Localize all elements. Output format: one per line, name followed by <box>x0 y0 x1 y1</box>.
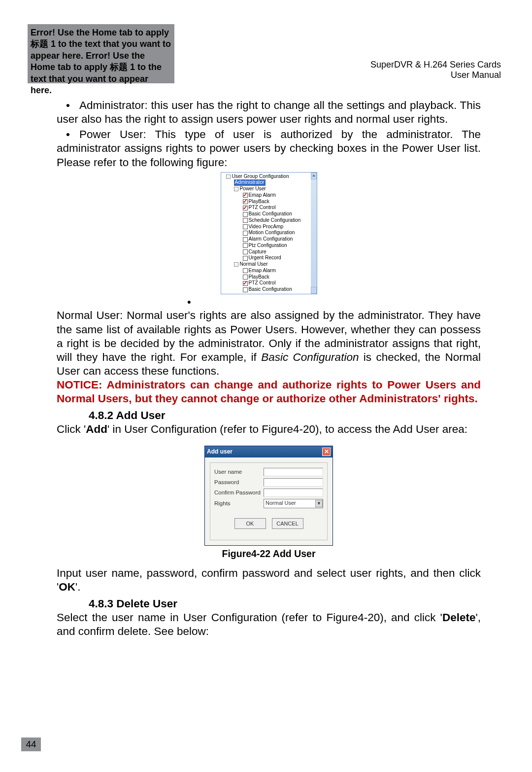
tree-item[interactable]: Emap Alarm <box>223 192 316 199</box>
para-administrator: •Administrator: this user has the right … <box>57 99 481 126</box>
checkbox-icon[interactable] <box>243 256 248 261</box>
tree-item-label: PlayBack <box>249 199 269 205</box>
checkbox-icon[interactable] <box>243 224 248 229</box>
tree-item-label: PTZ Control <box>249 280 276 286</box>
para-deleteuser: Select the user name in User Configurati… <box>57 611 481 638</box>
user-group-tree: -User Group Configuration Administrator … <box>221 172 317 294</box>
header-error-box: Error! Use the Home tab to apply 标题 1 to… <box>28 24 174 83</box>
text-run: Click ' <box>57 423 86 435</box>
page-header: Error! Use the Home tab to apply 标题 1 to… <box>28 24 501 83</box>
chevron-down-icon[interactable]: ▼ <box>315 500 323 507</box>
checkbox-icon[interactable] <box>243 249 248 254</box>
text-run: '. <box>75 581 81 593</box>
tree-item-label: Video ProcAmp <box>249 224 284 230</box>
tree-item[interactable]: PTZ Control <box>223 280 316 286</box>
checkbox-icon[interactable] <box>243 193 248 198</box>
doc-subtitle: User Manual <box>451 70 501 80</box>
checkbox-icon[interactable] <box>243 231 248 236</box>
tree-item-label: Emap Alarm <box>249 192 276 199</box>
tree-item-label: Emap Alarm <box>249 268 276 274</box>
rights-select[interactable]: Normal User ▼ <box>264 499 323 508</box>
text-run: Select the user name in User Configurati… <box>57 611 442 624</box>
page-content: •Administrator: this user has the right … <box>57 99 481 639</box>
tree-normaluser[interactable]: -Normal User <box>223 261 316 268</box>
checkbox-icon[interactable] <box>243 287 248 292</box>
label-password: Password <box>214 479 264 486</box>
tree-item[interactable]: Basic Configuration <box>223 286 316 293</box>
para-poweruser: •Power User: This type of user is author… <box>57 128 481 169</box>
tree-item[interactable]: Urgent Record <box>223 255 316 261</box>
row-rights: Rights Normal User ▼ <box>214 499 323 508</box>
tree-item[interactable]: PlayBack <box>223 199 316 205</box>
tree-item-label: Motion Configuration <box>249 230 295 236</box>
tree-item-label: Urgent Record <box>249 255 281 261</box>
close-icon[interactable]: ✕ <box>322 448 331 456</box>
checkbox-icon[interactable] <box>243 218 248 223</box>
ok-button[interactable]: OK <box>234 518 266 529</box>
tree-item[interactable]: Emap Alarm <box>223 268 316 274</box>
bullet-icon: • <box>57 128 79 141</box>
tree-item[interactable]: Capture <box>223 249 316 255</box>
tree-item-label: Alarm Configuration <box>249 236 293 243</box>
checkbox-icon[interactable] <box>243 206 248 211</box>
checkbox-icon[interactable] <box>243 268 248 273</box>
para-administrator-text: Administrator: this user has the right t… <box>57 99 481 125</box>
page-number: 44 <box>21 737 41 751</box>
dialog-title-label: Add user <box>207 448 233 456</box>
tree-poweruser[interactable]: -Power User <box>223 186 316 192</box>
product-name: SuperDVR & H.264 Series Cards <box>370 60 501 70</box>
checkbox-icon[interactable] <box>243 281 248 286</box>
tree-scrollbar[interactable] <box>311 173 317 294</box>
tree-admin[interactable]: Administrator <box>223 179 316 186</box>
expander-icon[interactable]: - <box>226 175 231 179</box>
text-em: Basic Configuration <box>261 351 359 363</box>
tree-item-label: Capture <box>249 249 266 255</box>
header-right: SuperDVR & H.264 Series Cards User Manua… <box>174 24 501 83</box>
tree-item-label: PlayBack <box>249 274 269 281</box>
row-username: User name <box>214 468 323 476</box>
tree-item-label: Basic Configuration <box>249 286 292 293</box>
tree-item[interactable]: Ptz Configuration <box>223 243 316 249</box>
tree-item[interactable]: Motion Configuration <box>223 230 316 236</box>
tree-item-label: PTZ Control <box>249 205 276 211</box>
tree-item[interactable]: Alarm Configuration <box>223 236 316 243</box>
checkbox-icon[interactable] <box>243 199 248 204</box>
scroll-down-icon[interactable] <box>312 290 315 292</box>
tree-root[interactable]: -User Group Configuration <box>223 174 316 180</box>
expander-icon[interactable]: - <box>234 262 238 267</box>
para-poweruser-text: Power User: This type of user is authori… <box>57 128 481 168</box>
para-normaluser: Normal User: Normal user's rights are al… <box>57 309 481 378</box>
section-483: 4.8.3 Delete User <box>89 597 481 611</box>
dialog-body: User name Password Confirm Password Righ… <box>210 462 328 540</box>
checkbox-icon[interactable] <box>243 243 248 248</box>
expander-icon[interactable]: - <box>234 187 238 191</box>
tree-item-label: Ptz Configuration <box>249 243 287 249</box>
para-adduser-intro: Click 'Add' in User Configuration (refer… <box>57 422 481 436</box>
checkbox-icon[interactable] <box>243 212 248 217</box>
text-run: ' in User Configuration (refer to Figure… <box>107 423 467 435</box>
checkbox-icon[interactable] <box>243 275 248 280</box>
para-input-instructions: Input user name, password, confirm passw… <box>57 566 481 594</box>
scroll-up-icon[interactable] <box>312 175 315 176</box>
tree-nu-label: Normal User <box>240 261 268 268</box>
cancel-button[interactable]: CANCEL <box>272 518 303 529</box>
tree-item[interactable]: Schedule Configuration <box>223 217 316 224</box>
tree-admin-label: Administrator <box>234 179 266 186</box>
text-run: Input user name, password, confirm passw… <box>57 567 481 593</box>
password-input[interactable] <box>264 478 323 487</box>
section-482: 4.8.2 Add User <box>89 409 481 422</box>
text-bold: Delete <box>442 611 476 624</box>
tree-pu-label: Power User <box>240 186 266 192</box>
notice-text: NOTICE: Administrators can change and au… <box>57 378 481 406</box>
rights-selected-value: Normal User <box>266 500 296 507</box>
tree-item[interactable]: PlayBack <box>223 274 316 281</box>
figure-caption: Figure4-22 Add User <box>57 548 481 560</box>
username-input[interactable] <box>264 468 323 476</box>
tree-item[interactable]: Video ProcAmp <box>223 224 316 230</box>
tree-item[interactable]: PTZ Control <box>223 205 316 211</box>
tree-item-label: Basic Configuration <box>249 211 292 217</box>
checkbox-icon[interactable] <box>243 237 248 242</box>
dialog-titlebar: Add user ✕ <box>205 446 332 457</box>
confirm-password-input[interactable] <box>264 489 323 497</box>
tree-item[interactable]: Basic Configuration <box>223 211 316 217</box>
